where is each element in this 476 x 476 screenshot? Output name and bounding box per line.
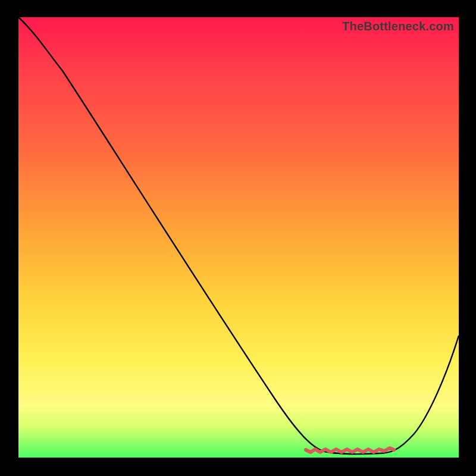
chart-frame: TheBottleneck.com [0, 0, 476, 476]
chart-svg [18, 17, 459, 458]
plot-area: TheBottleneck.com [18, 17, 459, 458]
bottleneck-curve [18, 17, 459, 454]
